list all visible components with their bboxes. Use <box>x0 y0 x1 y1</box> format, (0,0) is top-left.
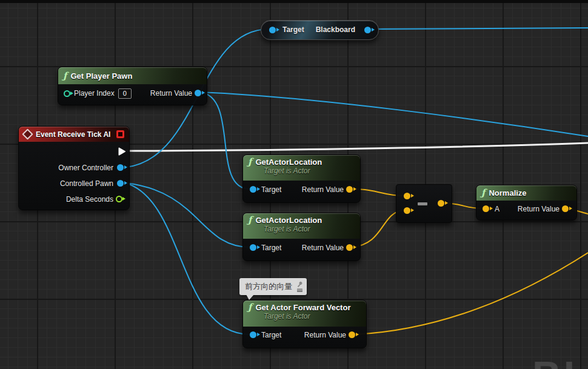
pin-label: Return Value <box>304 331 346 339</box>
pushpin-icon[interactable] <box>295 280 304 288</box>
pin-label: Return Value <box>302 185 344 194</box>
pin-label: Return Value <box>518 205 560 213</box>
pin-a-input[interactable] <box>404 193 410 199</box>
node-get-player-pawn[interactable]: ƒ Get Player Pawn Player Index 0 Return … <box>58 67 207 105</box>
pin-blackboard-output[interactable] <box>364 27 371 33</box>
node-get-actor-location-top[interactable]: ƒ GetActorLocation Target is Actor Targe… <box>242 155 361 203</box>
wire-controlledpawn-to-getactorlocation-bottom[interactable] <box>125 183 250 247</box>
node-title: Event Receive Tick AI <box>36 130 110 139</box>
pin-label: Return Value <box>302 244 344 252</box>
node-title: GetActorLocation <box>255 158 322 167</box>
pin-player-index-input[interactable] <box>64 90 70 97</box>
wire-blackboard-out[interactable] <box>370 28 588 29</box>
comment-tail <box>246 294 254 300</box>
pin-target-input[interactable] <box>269 27 276 33</box>
wire-exec[interactable] <box>125 143 588 151</box>
wire-playerpawn-out-right[interactable] <box>200 92 588 136</box>
node-title: GetActorLocation <box>255 216 322 225</box>
pin-label: A <box>495 205 499 213</box>
pin-label: Delta Seconds <box>66 195 113 204</box>
comment-detail-icon <box>297 288 302 292</box>
pin-label: Return Value <box>150 89 192 98</box>
pin-target-input[interactable] <box>250 186 256 193</box>
subtract-icon <box>418 202 427 205</box>
node-get-actor-location-bottom[interactable]: ƒ GetActorLocation Target is Actor Targe… <box>242 213 361 261</box>
function-icon: ƒ <box>248 216 252 225</box>
pin-controlled-pawn-output[interactable] <box>117 180 124 187</box>
comment-text: 前方向的向量 <box>245 281 292 292</box>
function-icon: ƒ <box>481 188 485 198</box>
pin-label: Controlled Pawn <box>60 179 113 188</box>
wire-controlledpawn-to-forwardvector[interactable] <box>125 183 250 334</box>
function-icon: ƒ <box>248 303 252 312</box>
node-get-actor-forward-vector[interactable]: ƒ Get Actor Forward Vector Target is Act… <box>242 300 367 348</box>
pin-return-value-output[interactable] <box>562 205 569 212</box>
pin-label: Target <box>261 331 281 339</box>
comment-bubble[interactable]: 前方向的向量 <box>239 278 307 295</box>
node-event-receive-tick-ai[interactable]: Event Receive Tick AI Owner Controller C… <box>18 126 130 210</box>
pin-label: Target <box>282 25 304 34</box>
pin-return-value-output[interactable] <box>346 244 353 251</box>
node-normalize[interactable]: ƒ Normalize A Return Value <box>476 185 577 221</box>
top-window-edge <box>0 0 588 3</box>
pin-target-input[interactable] <box>250 331 256 338</box>
pin-b-input[interactable] <box>404 207 410 214</box>
node-title: Get Actor Forward Vector <box>255 303 350 312</box>
pin-owner-controller-output[interactable] <box>117 164 124 171</box>
pin-label: Player Index <box>74 89 115 98</box>
node-title: Normalize <box>489 188 526 198</box>
function-icon: ƒ <box>63 71 67 81</box>
player-index-value-field[interactable]: 0 <box>118 88 132 99</box>
pin-a-input[interactable] <box>483 205 489 212</box>
node-title: Get Player Pawn <box>70 71 132 81</box>
node-subtitle: Target is Actor <box>264 312 361 321</box>
node-subtitle: Target is Actor <box>264 225 355 233</box>
function-icon: ƒ <box>248 158 252 167</box>
event-override-icon[interactable] <box>116 130 124 138</box>
pin-return-value-output[interactable] <box>346 186 353 193</box>
pin-return-value-output[interactable] <box>349 331 355 338</box>
pin-label: Target <box>261 244 281 252</box>
event-icon <box>22 128 33 139</box>
pin-label: Owner Controller <box>58 164 113 172</box>
pin-delta-seconds-output[interactable] <box>116 196 122 202</box>
pin-result-output[interactable] <box>438 200 444 207</box>
pin-exec-output[interactable] <box>118 147 126 158</box>
pin-label: Target <box>261 185 281 194</box>
pin-return-value-output[interactable] <box>195 90 201 96</box>
pin-target-input[interactable] <box>250 244 256 251</box>
pin-label: Blackboard <box>316 25 355 34</box>
node-subtitle: Target is Actor <box>264 167 355 175</box>
node-vector-subtract[interactable] <box>396 184 452 223</box>
wire-forwardvector-out-right[interactable] <box>355 253 588 334</box>
node-get-blackboard[interactable]: Target Blackboard <box>261 20 379 40</box>
